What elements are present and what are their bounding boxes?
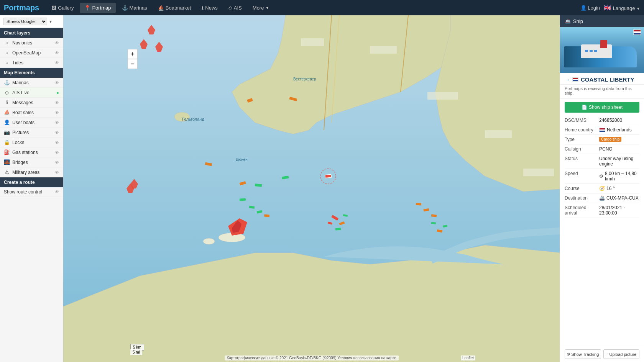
user-boats-icon: 👤 [4, 120, 10, 125]
nav-items: 🖼 Gallery 📍 Portmap ⚓ Marinas ⛵ Boatmark… [47, 3, 580, 13]
compass-icon: 🧭 [599, 186, 605, 191]
ship-row-speed: Speed ⚙ 8,00 kn – 14,80 km/h [565, 169, 639, 184]
map-container[interactable]: + − [63, 15, 560, 362]
nav-portmap[interactable]: 📍 Portmap [80, 3, 115, 13]
upload-picture-button[interactable]: ↑ Upload picture [603, 349, 640, 359]
svg-rect-13 [523, 169, 554, 176]
ais-live-icon: ◇ [4, 90, 10, 95]
bridges-toggle[interactable]: 👁 [55, 160, 59, 165]
sidebar-item-military-areas[interactable]: ⚠ Military areas 👁 [0, 167, 63, 177]
map-svg: Гельголанд Вестерхевер Дюнен [63, 15, 560, 362]
svg-rect-15 [205, 162, 212, 166]
show-tracking-button[interactable]: ⊕ Show Tracking [565, 349, 601, 359]
military-icon: ⚠ [4, 169, 10, 175]
ship-row-type: Type Cargo ship [565, 135, 639, 144]
chart-layers-header: Chart layers [0, 28, 63, 38]
navionics-toggle[interactable]: 👁 [55, 41, 59, 45]
map-background[interactable]: Гельголанд Вестерхевер Дюнен Картографич… [63, 15, 560, 362]
ship-funnel [600, 40, 607, 48]
chevron-down-icon: ▼ [265, 6, 269, 10]
sidebar-item-gas-stations[interactable]: ⛽ Gas stations 👁 [0, 147, 63, 157]
svg-text:Дюнен: Дюнен [236, 157, 248, 162]
marinas-toggle[interactable]: 👁 [55, 80, 59, 85]
login-link[interactable]: 👤 Login [580, 5, 600, 11]
zoom-in-button[interactable]: + [128, 49, 138, 59]
logo-maps: maps [19, 3, 39, 12]
destination-icon: 🚢 [599, 195, 605, 201]
ship-row-course: Course 🧭 16 ° [565, 184, 639, 193]
ship-row-status: Status Under way using engine [565, 154, 639, 169]
callsign-value: PCNO [599, 146, 639, 152]
svg-marker-37 [148, 25, 155, 34]
sidebar-item-navionics[interactable]: ○ Navionics 👁 [0, 38, 63, 48]
nav-right: 👤 Login 🇬🇧 Language ▼ [580, 4, 640, 11]
type-value: Cargo ship [599, 137, 639, 142]
app-logo[interactable]: Portmaps [4, 3, 39, 12]
sidebar-item-pictures[interactable]: 📷 Pictures 👁 [0, 128, 63, 138]
ship-image [560, 27, 644, 73]
speed-value: ⚙ 8,00 kn – 14,80 km/h [599, 171, 639, 182]
sidebar-item-ais-live[interactable]: ◇ AIS Live ● [0, 88, 63, 98]
locks-toggle[interactable]: 👁 [55, 140, 59, 145]
svg-rect-20 [240, 198, 246, 201]
military-toggle[interactable]: 👁 [55, 170, 59, 175]
ship-row-dscmmsi: DSC/MMSI 246852000 [565, 116, 639, 125]
messages-toggle[interactable]: 👁 [55, 100, 59, 105]
gas-stations-toggle[interactable]: 👁 [55, 150, 59, 155]
svg-rect-17 [255, 183, 262, 187]
ship-name: COASTAL LIBERTY [581, 76, 634, 83]
svg-rect-26 [331, 215, 338, 221]
portmap-icon: 📍 [84, 5, 90, 11]
destination-value: 🚢 CUX-MPA-CUX [599, 195, 639, 201]
nav-marinas[interactable]: ⚓ Marinas [117, 3, 152, 13]
ship-flag-nl [572, 77, 578, 82]
svg-rect-31 [416, 203, 421, 205]
sidebar-item-boat-sales[interactable]: ⛵ Boat sales 👁 [0, 108, 63, 118]
marinas-map-icon: ⚓ [4, 80, 10, 85]
sidebar-item-tides[interactable]: ○ Tides 👁 [0, 58, 63, 68]
svg-marker-1 [435, 15, 560, 192]
bottom-action-buttons: ⊕ Show Tracking ↑ Upload picture [560, 346, 644, 362]
zoom-out-button[interactable]: − [128, 59, 138, 69]
nav-gallery[interactable]: 🖼 Gallery [47, 3, 78, 13]
sidebar-item-user-boats[interactable]: 👤 User boats 👁 [0, 118, 63, 128]
show-ship-sheet-button[interactable]: 📄 Show ship sheet [565, 102, 639, 113]
svg-text:Гельголанд: Гельголанд [182, 117, 204, 121]
language-link[interactable]: 🇬🇧 Language ▼ [604, 4, 640, 11]
ship-sheet-icon: 📄 [582, 105, 587, 110]
nl-flag-icon [599, 128, 605, 132]
pictures-icon: 📷 [4, 129, 10, 135]
nav-news[interactable]: ℹ News [197, 3, 222, 13]
nav-more[interactable]: More ▼ [248, 3, 274, 13]
home-country-value: Netherlands [599, 127, 639, 133]
svg-rect-18 [282, 175, 289, 179]
arrival-value: 28/01/2021 - 23:00:00 [599, 205, 639, 216]
svg-rect-21 [249, 206, 255, 209]
svg-rect-27 [339, 221, 345, 225]
openseamap-toggle[interactable]: 👁 [55, 51, 59, 55]
ais-icon: ◇ [228, 5, 232, 11]
sidebar-item-bridges[interactable]: 🌉 Bridges 👁 [0, 157, 63, 167]
cargo-type-badge: Cargo ship [599, 137, 621, 142]
boat-sales-toggle[interactable]: 👁 [55, 110, 59, 115]
dscmmsi-value: 246852000 [599, 118, 639, 123]
create-route-section[interactable]: Create a route [0, 177, 63, 187]
sidebar-item-openseamap[interactable]: ○ OpenSeaMap 👁 [0, 48, 63, 58]
sidebar-item-locks[interactable]: 🔒 Locks 👁 [0, 138, 63, 147]
map-type-select[interactable]: Streets Google Satellite OpenStreetMap T… [3, 18, 47, 25]
ais-live-toggle[interactable]: ● [56, 90, 59, 95]
sidebar-item-messages[interactable]: ℹ Messages 👁 [0, 98, 63, 108]
sidebar-item-marinas[interactable]: ⚓ Marinas 👁 [0, 78, 63, 88]
nav-boatmarket[interactable]: ⛵ Boatmarket [153, 3, 196, 13]
zoom-controls: + − [128, 49, 138, 69]
user-boats-toggle[interactable]: 👁 [55, 120, 59, 125]
nav-ais[interactable]: ◇ AIS [224, 3, 246, 13]
leaflet-credit[interactable]: Leaflet [461, 355, 475, 360]
marinas-icon: ⚓ [122, 5, 128, 11]
route-control-toggle[interactable]: 👁 [55, 190, 59, 194]
tides-toggle[interactable]: 👁 [55, 61, 59, 65]
pictures-toggle[interactable]: 👁 [55, 130, 59, 135]
user-icon: 👤 [580, 5, 586, 11]
svg-marker-38 [140, 39, 148, 49]
sidebar-item-show-route[interactable]: Show route control 👁 [0, 187, 63, 197]
